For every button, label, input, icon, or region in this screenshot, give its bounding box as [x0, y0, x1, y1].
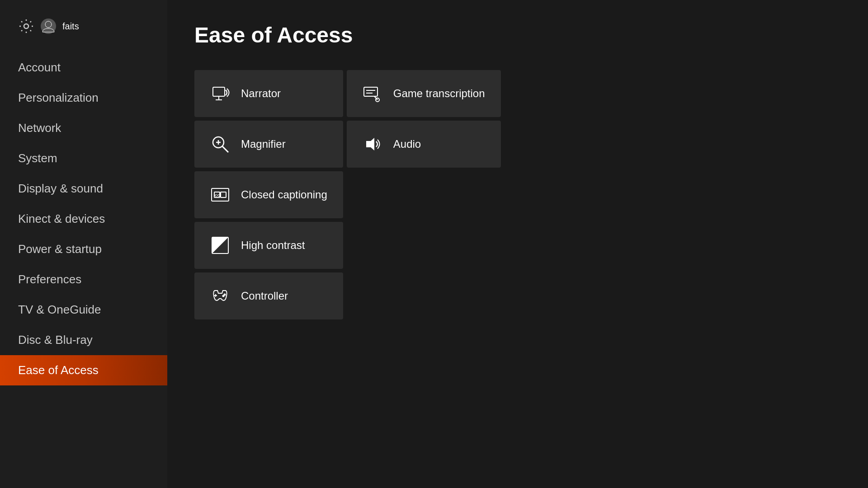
audio-icon: [363, 134, 382, 154]
sidebar-item-display-sound[interactable]: Display & sound: [0, 174, 167, 204]
gear-icon[interactable]: [18, 18, 34, 34]
sidebar-item-personalization[interactable]: Personalization: [0, 83, 167, 113]
controller-label: Controller: [241, 290, 288, 302]
left-column: Narrator Magnifier: [194, 70, 343, 319]
sidebar-item-ease-of-access[interactable]: Ease of Access: [0, 355, 167, 385]
svg-rect-11: [221, 192, 226, 197]
svg-text:CC: CC: [215, 193, 220, 197]
audio-item[interactable]: Audio: [347, 121, 501, 168]
magnifier-label: Magnifier: [241, 138, 286, 150]
contrast-label: High contrast: [241, 239, 305, 252]
sidebar-item-system[interactable]: System: [0, 143, 167, 174]
grid-layout: Narrator Magnifier: [194, 70, 841, 319]
closed-captioning-item[interactable]: CC Closed captioning: [194, 171, 343, 218]
svg-point-18: [223, 296, 224, 297]
magnifier-item[interactable]: Magnifier: [194, 121, 343, 168]
game-transcription-item[interactable]: Game transcription: [347, 70, 501, 117]
svg-point-0: [24, 24, 28, 28]
controller-icon: [210, 286, 230, 306]
sidebar-item-network[interactable]: Network: [0, 113, 167, 143]
avatar: [41, 19, 56, 34]
sidebar-item-disc-bluray[interactable]: Disc & Blu-ray: [0, 325, 167, 355]
svg-marker-14: [212, 237, 228, 253]
narrator-icon: [210, 84, 230, 103]
sidebar-item-power-startup[interactable]: Power & startup: [0, 234, 167, 264]
svg-point-17: [224, 294, 226, 296]
narrator-label: Narrator: [241, 87, 281, 100]
high-contrast-item[interactable]: High contrast: [194, 222, 343, 269]
svg-line-6: [222, 146, 228, 152]
contrast-icon: [210, 235, 230, 255]
magnifier-icon: [210, 134, 230, 154]
svg-point-1: [45, 21, 52, 28]
right-column: Game transcription Audio: [347, 70, 501, 319]
svg-marker-23: [366, 138, 374, 150]
sidebar-item-account[interactable]: Account: [0, 52, 167, 83]
sidebar-header: faits: [0, 14, 167, 52]
narrator-item[interactable]: Narrator: [194, 70, 343, 117]
main-content: Ease of Access Narrator: [167, 0, 868, 488]
sidebar: faits Account Personalization Network Sy…: [0, 0, 167, 488]
nav-menu: Account Personalization Network System D…: [0, 52, 167, 385]
svg-rect-2: [213, 87, 225, 96]
cc-icon: CC: [210, 185, 230, 205]
svg-rect-19: [364, 87, 377, 96]
game-transcription-label: Game transcription: [393, 87, 485, 100]
audio-label: Audio: [393, 138, 421, 150]
username-label: faits: [62, 21, 79, 32]
cc-label: Closed captioning: [241, 188, 327, 201]
sidebar-item-kinect-devices[interactable]: Kinect & devices: [0, 204, 167, 234]
game-transcription-icon: [363, 84, 382, 103]
controller-item[interactable]: Controller: [194, 272, 343, 319]
sidebar-item-preferences[interactable]: Preferences: [0, 264, 167, 295]
sidebar-item-tv-oneguide[interactable]: TV & OneGuide: [0, 295, 167, 325]
page-title: Ease of Access: [194, 23, 841, 47]
